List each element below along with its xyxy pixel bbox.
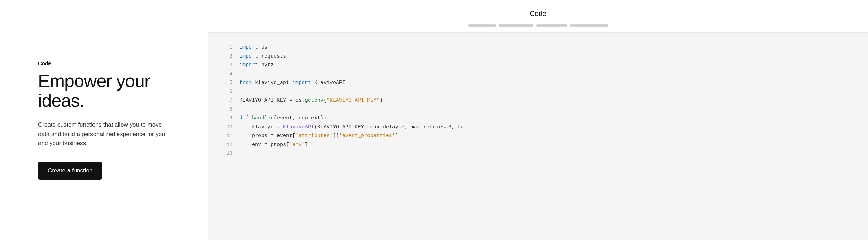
code-block: 1 import os 2 import requests 3 import p… bbox=[222, 43, 854, 158]
headline: Empower your ideas. bbox=[38, 71, 170, 111]
code-content: import pytz bbox=[239, 61, 274, 70]
code-line: 2 import requests bbox=[222, 52, 854, 61]
code-header: Code bbox=[208, 0, 868, 33]
line-number: 8 bbox=[222, 105, 232, 114]
code-line: 8 bbox=[222, 105, 854, 114]
code-content: klaviyo = KlaviyoAPI(KLAVIYO_API_KEY, ma… bbox=[239, 123, 464, 132]
code-content bbox=[239, 149, 242, 158]
line-number: 3 bbox=[222, 61, 232, 69]
code-panel-title: Code bbox=[208, 10, 868, 18]
code-line: 10 klaviyo = KlaviyoAPI(KLAVIYO_API_KEY,… bbox=[222, 123, 854, 132]
line-number: 1 bbox=[222, 43, 232, 52]
section-label: Code bbox=[38, 60, 170, 66]
code-line: 1 import os bbox=[222, 43, 854, 52]
code-line: 9 def handler(event, context): bbox=[222, 114, 854, 123]
code-content: KLAVIYO_API_KEY = os.getenv("KLAVIYO_API… bbox=[239, 96, 383, 105]
line-number: 7 bbox=[222, 96, 232, 105]
description: Create custom functions that allow you t… bbox=[38, 120, 170, 148]
code-content bbox=[239, 70, 242, 79]
code-content: from klaviyo_api import KlaviyoAPI bbox=[239, 78, 345, 87]
create-function-button[interactable]: Create a function bbox=[38, 162, 102, 180]
code-content: def handler(event, context): bbox=[239, 114, 327, 123]
code-line: 13 bbox=[222, 149, 854, 158]
tab-pill-4[interactable] bbox=[570, 24, 608, 27]
code-line: 6 bbox=[222, 87, 854, 96]
code-line: 5 from klaviyo_api import KlaviyoAPI bbox=[222, 78, 854, 87]
code-line: 4 bbox=[222, 70, 854, 79]
line-number: 9 bbox=[222, 114, 232, 122]
line-number: 10 bbox=[222, 123, 232, 131]
line-number: 11 bbox=[222, 132, 232, 140]
line-number: 6 bbox=[222, 88, 232, 96]
line-number: 13 bbox=[222, 149, 232, 158]
left-panel: Code Empower your ideas. Create custom f… bbox=[0, 0, 208, 240]
right-panel: Code 1 import os 2 import requests 3 imp… bbox=[208, 0, 868, 240]
code-line: 3 import pytz bbox=[222, 61, 854, 70]
tab-pill-3[interactable] bbox=[536, 24, 567, 27]
code-content: import requests bbox=[239, 52, 286, 61]
code-content bbox=[239, 87, 242, 96]
line-number: 2 bbox=[222, 52, 232, 61]
tab-pill-1[interactable] bbox=[468, 24, 496, 27]
code-content: props = event['attributes']['event_prope… bbox=[239, 131, 398, 140]
code-line: 11 props = event['attributes']['event_pr… bbox=[222, 131, 854, 140]
line-number: 4 bbox=[222, 70, 232, 78]
tab-bar bbox=[208, 24, 868, 32]
tab-pill-2[interactable] bbox=[499, 24, 533, 27]
code-content bbox=[239, 105, 242, 114]
code-content: import os bbox=[239, 43, 267, 52]
code-editor: 1 import os 2 import requests 3 import p… bbox=[208, 33, 868, 240]
code-line: 12 env = props['env'] bbox=[222, 140, 854, 149]
line-number: 5 bbox=[222, 79, 232, 87]
code-content: env = props['env'] bbox=[239, 140, 308, 149]
code-line: 7 KLAVIYO_API_KEY = os.getenv("KLAVIYO_A… bbox=[222, 96, 854, 105]
line-number: 12 bbox=[222, 141, 232, 149]
